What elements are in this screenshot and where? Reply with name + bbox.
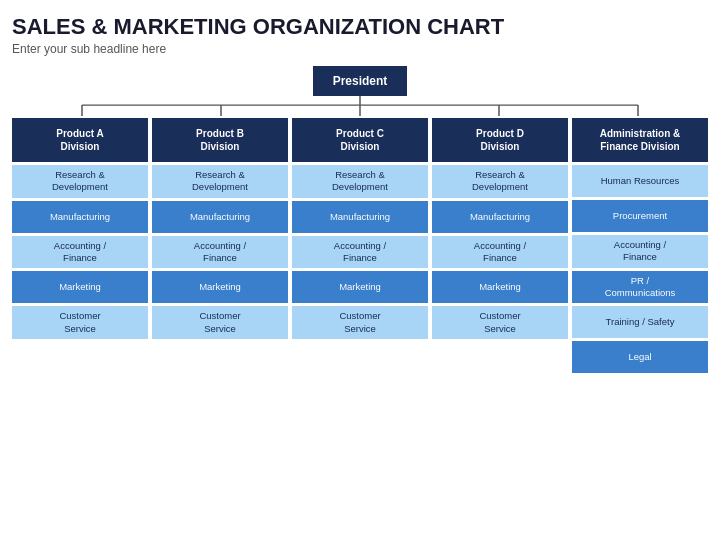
- sub-item-product-c-3: Marketing: [292, 271, 428, 303]
- sub-item-product-d-4: Customer Service: [432, 306, 568, 339]
- president-box: President: [313, 66, 408, 96]
- sub-item-admin-finance-5: Legal: [572, 341, 708, 373]
- page: SALES & MARKETING ORGANIZATION CHART Ent…: [0, 0, 720, 540]
- connector-svg: [12, 96, 708, 116]
- division-column-product-a: Product A DivisionResearch & Development…: [12, 118, 148, 373]
- sub-item-product-a-3: Marketing: [12, 271, 148, 303]
- sub-item-product-a-4: Customer Service: [12, 306, 148, 339]
- division-header-product-c: Product C Division: [292, 118, 428, 162]
- sub-item-product-c-1: Manufacturing: [292, 201, 428, 233]
- sub-item-product-a-0: Research & Development: [12, 165, 148, 198]
- divisions-row: Product A DivisionResearch & Development…: [12, 118, 708, 373]
- division-header-admin-finance: Administration & Finance Division: [572, 118, 708, 162]
- division-column-product-b: Product B DivisionResearch & Development…: [152, 118, 288, 373]
- sub-item-admin-finance-3: PR / Communications: [572, 271, 708, 304]
- page-title: SALES & MARKETING ORGANIZATION CHART: [12, 14, 708, 40]
- sub-item-admin-finance-2: Accounting / Finance: [572, 235, 708, 268]
- sub-item-product-b-2: Accounting / Finance: [152, 236, 288, 269]
- sub-item-product-d-1: Manufacturing: [432, 201, 568, 233]
- division-column-product-c: Product C DivisionResearch & Development…: [292, 118, 428, 373]
- sub-item-product-b-3: Marketing: [152, 271, 288, 303]
- division-header-product-d: Product D Division: [432, 118, 568, 162]
- sub-item-admin-finance-0: Human Resources: [572, 165, 708, 197]
- org-chart: President Product A DivisionResearch & D…: [12, 66, 708, 530]
- sub-item-product-c-4: Customer Service: [292, 306, 428, 339]
- sub-item-product-b-4: Customer Service: [152, 306, 288, 339]
- president-connectors: [12, 96, 708, 118]
- sub-item-product-d-2: Accounting / Finance: [432, 236, 568, 269]
- division-column-product-d: Product D DivisionResearch & Development…: [432, 118, 568, 373]
- sub-item-product-a-1: Manufacturing: [12, 201, 148, 233]
- sub-item-product-d-3: Marketing: [432, 271, 568, 303]
- president-row: President: [313, 66, 408, 96]
- division-header-product-b: Product B Division: [152, 118, 288, 162]
- division-header-product-a: Product A Division: [12, 118, 148, 162]
- sub-item-product-a-2: Accounting / Finance: [12, 236, 148, 269]
- sub-item-product-d-0: Research & Development: [432, 165, 568, 198]
- page-subtitle: Enter your sub headline here: [12, 42, 708, 56]
- sub-item-product-b-1: Manufacturing: [152, 201, 288, 233]
- division-column-admin-finance: Administration & Finance DivisionHuman R…: [572, 118, 708, 373]
- sub-item-admin-finance-1: Procurement: [572, 200, 708, 232]
- sub-item-admin-finance-4: Training / Safety: [572, 306, 708, 338]
- sub-item-product-c-0: Research & Development: [292, 165, 428, 198]
- sub-item-product-c-2: Accounting / Finance: [292, 236, 428, 269]
- sub-item-product-b-0: Research & Development: [152, 165, 288, 198]
